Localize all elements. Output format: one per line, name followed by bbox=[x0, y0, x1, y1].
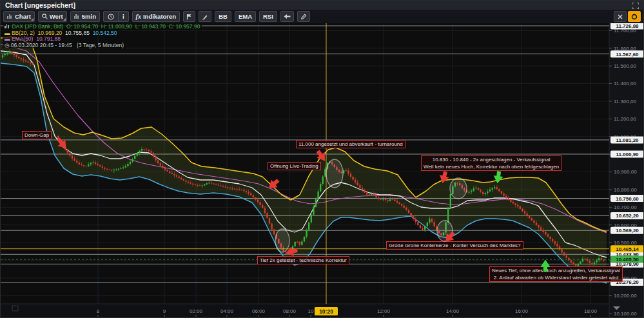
legend-close: 10.957,90 bbox=[176, 23, 200, 30]
low-retest-label[interactable]: Tief 2x getestet - technische Korrektur bbox=[257, 256, 349, 264]
cursor-tool-button[interactable] bbox=[280, 11, 294, 22]
price-axis-label: 10.800,00 bbox=[614, 187, 637, 193]
timeframe-button[interactable]: 5min bbox=[70, 11, 100, 22]
legend-range-detail: (3 Tage, 5 Minuten) bbox=[77, 42, 124, 48]
legend-low: 10.943,70 bbox=[141, 23, 166, 30]
history-button[interactable] bbox=[104, 12, 118, 21]
time-axis-label: 04:00 bbox=[220, 308, 234, 314]
price-badge-value: 10.405,50 bbox=[616, 257, 639, 263]
turnaround-label[interactable]: 11.000 angesetzt und abverkauft - turnar… bbox=[296, 140, 405, 148]
expand-icon[interactable] bbox=[632, 2, 639, 8]
price-badge-value: 11.081,20 bbox=[616, 137, 639, 143]
legend-bb-label: BB(20, 2) bbox=[12, 30, 35, 36]
window-title: Chart [ungespeichert] bbox=[5, 1, 75, 9]
legend-open: 10.954,70 bbox=[73, 23, 98, 30]
search-icon bbox=[42, 14, 48, 19]
record-button[interactable] bbox=[628, 11, 641, 22]
record-circle-icon bbox=[631, 14, 638, 20]
price-axis-label: 10.900,00 bbox=[614, 169, 637, 175]
bar-chart-icon bbox=[5, 24, 9, 28]
price-axis-label: 10.500,00 bbox=[614, 240, 637, 246]
flag-icon bbox=[186, 14, 192, 20]
bb-toggle-button[interactable]: BB bbox=[215, 11, 231, 22]
live-trading-label[interactable]: Öffnung Live-Trading bbox=[268, 162, 321, 170]
legend-bb-upper: 10.969,20 bbox=[38, 30, 63, 36]
marker-button[interactable] bbox=[199, 11, 211, 22]
instrument-search-button[interactable]: Wert bbox=[38, 11, 67, 22]
legend-bb-lower: 10.542,50 bbox=[93, 30, 117, 36]
time-axis-label: 18:00 bbox=[584, 308, 598, 314]
price-badge-value: 11.726,88 bbox=[616, 23, 639, 29]
price-axis-label: 10.700,00 bbox=[614, 204, 637, 210]
down-gap-label[interactable]: Down-Gap bbox=[22, 131, 52, 139]
chart-widget-window: 11.700,0011.600,0011.500,0011.400,0011.3… bbox=[0, 0, 644, 318]
price-badge-value: 10.652,20 bbox=[616, 213, 639, 219]
legend-ema-label: EMA(50) bbox=[12, 35, 34, 42]
link-tool-button[interactable] bbox=[614, 11, 627, 22]
price-axis-label: 11.400,00 bbox=[614, 81, 637, 86]
annotation-line2: Weil kein neues Hoch, Korrektur nach obe… bbox=[424, 163, 559, 170]
price-badge-value: 11.000,90 bbox=[616, 152, 639, 157]
ema-toggle-button[interactable]: EMA bbox=[235, 11, 256, 22]
fx-icon: fx bbox=[136, 13, 141, 20]
time-badge-value: 10:20 bbox=[319, 308, 333, 315]
counter-candle-label[interactable]: Große Grüne Konterkerze - Konter Versuch… bbox=[386, 241, 523, 250]
legend-ema-value: 10.791,88 bbox=[36, 35, 61, 42]
draw-tool-button[interactable] bbox=[297, 11, 310, 22]
rsi-toggle-button[interactable]: RSI bbox=[259, 11, 277, 22]
new-low-label[interactable]: Neues Tief, ohne altes Hoch anzugreifen,… bbox=[489, 266, 623, 282]
time-axis-label: 14:00 bbox=[446, 308, 460, 314]
time-axis-label: 08:00 bbox=[283, 308, 297, 314]
chart-type-button[interactable]: Chart bbox=[3, 11, 35, 22]
bar-chart-icon bbox=[7, 14, 12, 19]
price-axis-label: 11.200,00 bbox=[614, 116, 637, 122]
time-axis-label: 10 bbox=[308, 308, 314, 314]
time-axis-label: 9 bbox=[163, 308, 166, 314]
clock-icon bbox=[108, 14, 114, 20]
indicators-button[interactable]: fx Indikatoren bbox=[132, 11, 181, 22]
annotation-line1: 10.830 - 10.840 - 2x angeschlagen - Verk… bbox=[424, 156, 559, 163]
pencil-icon bbox=[300, 14, 307, 20]
legend-range: 06.03.2020 20:45 - 19:45 bbox=[11, 42, 72, 48]
legend-range-row: ◷ 06.03.2020 20:45 - 19:45 (3 Tage, 5 Mi… bbox=[3, 43, 126, 49]
legend-symbol: DAX (JFD Bank, Bid) bbox=[12, 23, 63, 30]
price-axis-label: 10.100,00 bbox=[614, 311, 637, 317]
legend-bb-mid: 10.755,85 bbox=[65, 30, 90, 36]
annotation-line1: Neues Tief, ohne altes Hoch anzugreifen,… bbox=[492, 267, 620, 274]
bar-chart-icon bbox=[74, 14, 79, 19]
time-axis-label: 02:00 bbox=[190, 308, 203, 314]
price-badge-value: 10.750,60 bbox=[616, 196, 639, 202]
flag-button[interactable] bbox=[183, 11, 195, 22]
toolbar: Chart Wert 5min i fx Indikatoren BB EMA … bbox=[1, 10, 643, 23]
price-axis-label: 11.500,00 bbox=[614, 63, 637, 69]
price-badge-value: 11.567,60 bbox=[616, 52, 639, 57]
history-info-group: i bbox=[103, 11, 129, 22]
toolbar-right bbox=[614, 11, 641, 22]
time-axis-label: 12:00 bbox=[377, 308, 391, 314]
time-axis-label: 16:00 bbox=[515, 308, 529, 314]
info-button[interactable]: i bbox=[118, 12, 128, 21]
time-axis-label: 06:00 bbox=[252, 308, 266, 314]
double-hit-label[interactable]: 10.830 - 10.840 - 2x angeschlagen - Verk… bbox=[421, 155, 561, 171]
price-axis-label: 10.200,00 bbox=[614, 293, 637, 299]
titlebar: Chart [ungespeichert] bbox=[1, 1, 643, 10]
price-badge-value: 10.569,20 bbox=[616, 228, 639, 234]
legend-high: 11.000,90 bbox=[108, 23, 132, 30]
tools-cross-icon bbox=[617, 14, 623, 20]
clock-icon: ◷ bbox=[5, 42, 9, 48]
marker-pen-icon bbox=[202, 14, 208, 20]
chart-legend: DAX (JFD Bank, Bid) O: 10.954,70 H: 11.0… bbox=[3, 24, 202, 48]
price-axis-label: 11.300,00 bbox=[614, 99, 637, 104]
annotation-line2: 2. Anlauf abwarten ob Widerstand wieder … bbox=[492, 274, 620, 281]
price-badge-value: 10.465,14 bbox=[616, 246, 639, 252]
cursor-arrow-icon bbox=[284, 14, 291, 19]
time-axis-label: 8 bbox=[97, 308, 100, 314]
